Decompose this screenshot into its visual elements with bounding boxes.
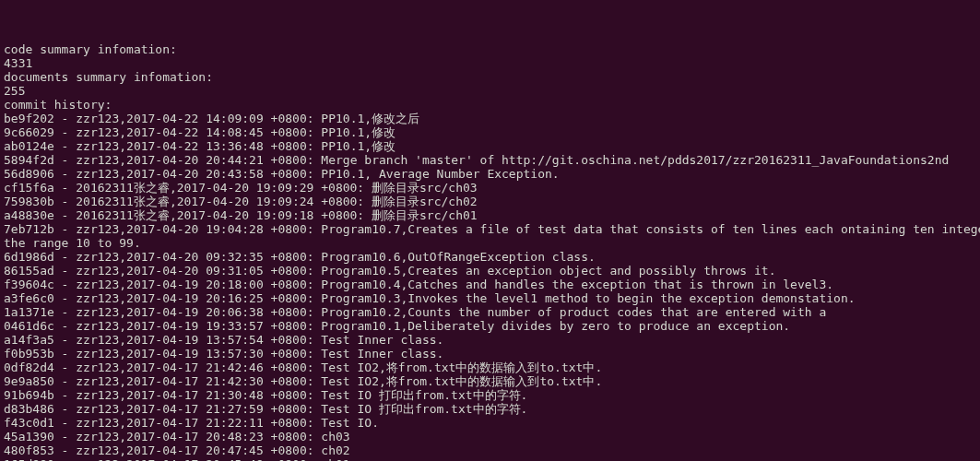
commit-line: 9e9a850 - zzr123,2017-04-17 21:42:30 +08…	[4, 374, 976, 388]
commit-line: f0b953b - zzr123,2017-04-19 13:57:30 +08…	[4, 347, 976, 361]
commit-line: 5894f2d - zzr123,2017-04-20 20:44:21 +08…	[4, 153, 976, 167]
commit-line: 6d1986d - zzr123,2017-04-20 09:32:35 +08…	[4, 250, 976, 264]
commit-history-label: commit history:	[4, 98, 976, 112]
commit-line: a3fe6c0 - zzr123,2017-04-19 20:16:25 +08…	[4, 291, 976, 305]
commit-line: a48830e - 20162311张之睿,2017-04-20 19:09:1…	[4, 208, 976, 222]
commit-line: f39604c - zzr123,2017-04-19 20:18:00 +08…	[4, 278, 976, 291]
terminal-output: code summary infomation:4331documents su…	[4, 42, 976, 461]
commit-line: 165d980 - zzr123,2017-04-17 20:45:49 +08…	[4, 457, 976, 461]
commit-line: 91b694b - zzr123,2017-04-17 21:30:48 +08…	[4, 388, 976, 402]
commit-line: 7eb712b - zzr123,2017-04-20 19:04:28 +08…	[4, 222, 976, 236]
commit-line: 9c66029 - zzr123,2017-04-22 14:08:45 +08…	[4, 125, 976, 139]
commit-line: 480f853 - zzr123,2017-04-17 20:47:45 +08…	[4, 443, 976, 457]
commit-line: f43c0d1 - zzr123,2017-04-17 21:22:11 +08…	[4, 416, 976, 430]
commit-line: d83b486 - zzr123,2017-04-17 21:27:59 +08…	[4, 402, 976, 416]
commit-line: 759830b - 20162311张之睿,2017-04-20 19:09:2…	[4, 195, 976, 208]
docs-summary-label: documents summary infomation:	[4, 70, 976, 84]
commit-line-wrap: the range 10 to 99.	[4, 236, 976, 250]
commit-line: a14f3a5 - zzr123,2017-04-19 13:57:54 +08…	[4, 333, 976, 347]
code-summary-value: 4331	[4, 56, 976, 70]
commit-line: ab0124e - zzr123,2017-04-22 13:36:48 +08…	[4, 139, 976, 153]
docs-summary-value: 255	[4, 84, 976, 98]
commit-line: cf15f6a - 20162311张之睿,2017-04-20 19:09:2…	[4, 181, 976, 195]
code-summary-label: code summary infomation:	[4, 42, 976, 56]
commit-line: 0461d6c - zzr123,2017-04-19 19:33:57 +08…	[4, 319, 976, 333]
commit-line: 86155ad - zzr123,2017-04-20 09:31:05 +08…	[4, 264, 976, 278]
commit-line: 45a1390 - zzr123,2017-04-17 20:48:23 +08…	[4, 430, 976, 443]
commit-line: 56d8906 - zzr123,2017-04-20 20:43:58 +08…	[4, 167, 976, 181]
commit-line: 0df82d4 - zzr123,2017-04-17 21:42:46 +08…	[4, 361, 976, 374]
commit-line: 1a1371e - zzr123,2017-04-19 20:06:38 +08…	[4, 305, 976, 319]
commit-line: be9f202 - zzr123,2017-04-22 14:09:09 +08…	[4, 112, 976, 125]
